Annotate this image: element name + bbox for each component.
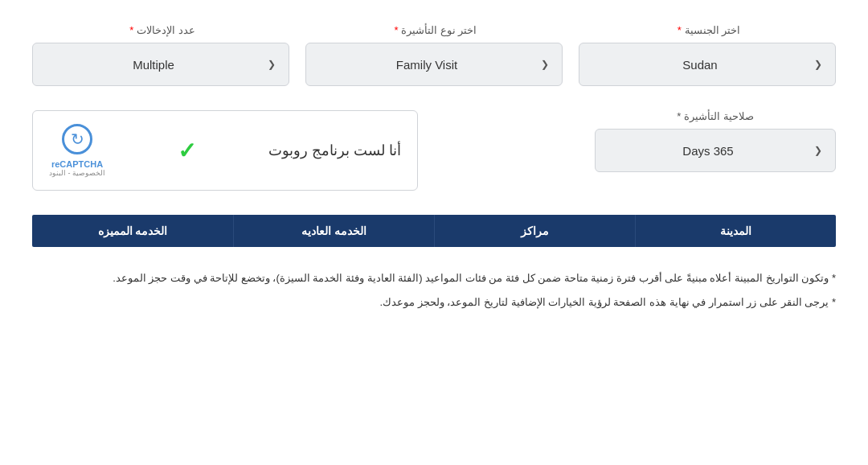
entries-value: Multiple — [46, 58, 261, 72]
visa-type-group: اختر نوع التأشيرة * ❮ Family Visit — [305, 24, 563, 86]
table-header-city: المدينة — [635, 215, 836, 247]
validity-dropdown[interactable]: ❮ Days 365 — [595, 129, 836, 172]
validity-chevron-icon: ❮ — [814, 145, 822, 156]
validity-value: Days 365 — [608, 144, 808, 158]
note-1: * وتكون التواريخ المبينة أعلاه مبنيةً عل… — [32, 268, 836, 289]
visa-type-value: Family Visit — [319, 58, 534, 72]
table-header: المدينة مراكز الخدمه العاديه الخدمه المم… — [32, 215, 836, 247]
nationality-value: Sudan — [592, 58, 808, 72]
captcha-brand-name: reCAPTCHA — [51, 159, 103, 169]
validity-group: صلاحية التأشيرة * ❮ Days 365 — [595, 110, 836, 172]
nationality-dropdown[interactable]: ❮ Sudan — [579, 43, 836, 86]
validity-required-star: * — [677, 110, 681, 122]
entries-group: عدد الإدخالات * ❮ Multiple — [32, 24, 289, 86]
dropdowns-row: اختر الجنسية * ❮ Sudan اختر نوع التأشيرة… — [32, 24, 836, 86]
middle-row: صلاحية التأشيرة * ❮ Days 365 أنا لست برن… — [32, 110, 836, 191]
table-header-normal-service: الخدمه العاديه — [233, 215, 434, 247]
entries-dropdown[interactable]: ❮ Multiple — [32, 43, 289, 86]
captcha-check-icon: ✓ — [178, 138, 196, 164]
captcha-reload-icon — [62, 124, 92, 154]
entries-chevron-icon: ❮ — [268, 59, 276, 70]
nationality-chevron-icon: ❮ — [814, 59, 822, 70]
table-container: المدينة مراكز الخدمه العاديه الخدمه المم… — [32, 215, 836, 247]
visa-type-chevron-icon: ❮ — [541, 59, 549, 70]
entries-required-star: * — [129, 24, 133, 36]
nationality-label: اختر الجنسية * — [579, 24, 836, 36]
validity-label: صلاحية التأشيرة * — [595, 110, 836, 122]
nationality-group: اختر الجنسية * ❮ Sudan — [579, 24, 836, 86]
visa-type-label: اختر نوع التأشيرة * — [305, 24, 563, 36]
captcha-container[interactable]: أنا لست برنامج روبوت ✓ reCAPTCHA الخصوصي… — [32, 110, 418, 191]
entries-label: عدد الإدخالات * — [32, 24, 289, 36]
captcha-brand: reCAPTCHA الخصوصية - البنود — [49, 124, 105, 177]
table-header-centers: مراكز — [434, 215, 635, 247]
page-container: اختر الجنسية * ❮ Sudan اختر نوع التأشيرة… — [0, 0, 868, 340]
notes-section: * وتكون التواريخ المبينة أعلاه مبنيةً عل… — [32, 260, 836, 324]
nationality-required-star: * — [678, 24, 682, 36]
visa-type-required-star: * — [395, 24, 399, 36]
table-header-premium-service: الخدمه المميزه — [32, 215, 233, 247]
captcha-text: أنا لست برنامج روبوت — [268, 142, 401, 159]
note-2: * يرجى النقر على زر استمرار في نهاية هذه… — [32, 292, 836, 313]
captcha-brand-sub: الخصوصية - البنود — [49, 169, 105, 177]
visa-type-dropdown[interactable]: ❮ Family Visit — [305, 43, 563, 86]
